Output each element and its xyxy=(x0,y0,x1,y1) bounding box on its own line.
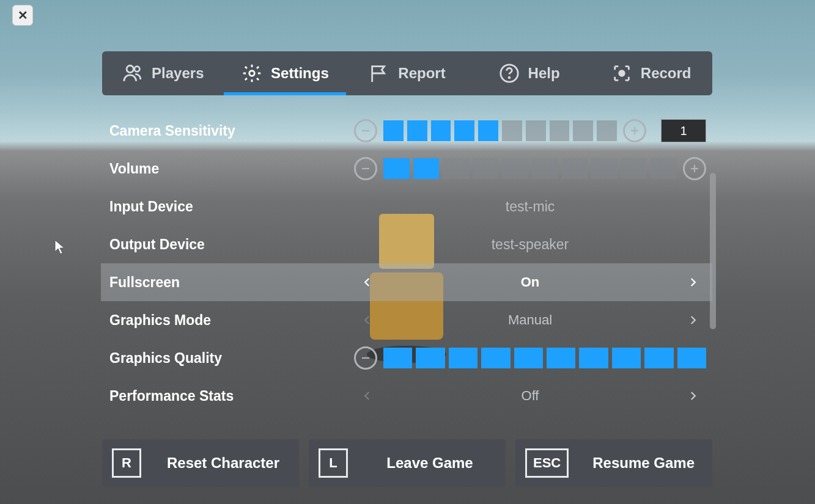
input-device-label: Input Device xyxy=(109,199,354,215)
chevron-right-icon xyxy=(687,387,698,405)
tab-players[interactable]: Players xyxy=(102,51,224,95)
settings-scrollbar[interactable] xyxy=(710,173,716,329)
plus-icon xyxy=(689,163,700,174)
performance-stats-label: Performance Stats xyxy=(109,388,354,404)
performance-stats-next-button[interactable] xyxy=(679,382,706,409)
camera-sensitivity-value[interactable]: 1 xyxy=(661,119,706,142)
camera-sensitivity-label: Camera Sensitivity xyxy=(109,123,354,139)
chevron-left-icon xyxy=(362,387,373,405)
row-fullscreen[interactable]: Fullscreen On xyxy=(101,263,712,301)
row-output-device: Output Device test-speaker xyxy=(102,225,712,263)
reset-character-button[interactable]: R Reset Character xyxy=(102,439,299,487)
leave-game-button[interactable]: L Leave Game xyxy=(309,439,506,487)
tab-report-label: Report xyxy=(398,65,445,82)
fullscreen-prev-button[interactable] xyxy=(354,269,381,296)
tab-settings[interactable]: Settings xyxy=(224,51,347,95)
row-performance-stats: Performance Stats Off xyxy=(102,377,712,415)
leave-game-label: Leave Game xyxy=(364,455,496,472)
players-icon xyxy=(122,63,143,84)
svg-point-4 xyxy=(509,77,510,78)
tab-help[interactable]: Help xyxy=(468,51,591,95)
tab-settings-label: Settings xyxy=(271,65,329,82)
camera-increase-button[interactable] xyxy=(623,119,646,142)
minus-icon xyxy=(360,125,371,136)
volume-increase-button[interactable] xyxy=(683,157,706,180)
svg-point-1 xyxy=(135,67,140,72)
row-volume: Volume xyxy=(102,150,712,188)
row-camera-sensitivity: Camera Sensitivity 1 xyxy=(102,112,712,150)
chevron-left-icon xyxy=(362,273,373,291)
tab-help-label: Help xyxy=(528,65,560,82)
performance-stats-value: Off xyxy=(381,388,679,404)
graphics-mode-value: Manual xyxy=(381,312,679,328)
settings-panel: Camera Sensitivity 1 Volume Input Device xyxy=(102,112,712,423)
graphics-mode-next-button[interactable] xyxy=(679,307,706,334)
chevron-right-icon xyxy=(687,311,698,329)
tab-bar: Players Settings Report Help Record xyxy=(102,51,712,95)
gear-icon xyxy=(242,63,262,84)
minus-icon xyxy=(360,163,371,174)
svg-point-0 xyxy=(127,65,133,72)
tab-report[interactable]: Report xyxy=(346,51,468,95)
cursor-icon xyxy=(54,239,65,255)
resume-game-button[interactable]: ESC Resume Game xyxy=(515,439,712,487)
minus-icon xyxy=(360,352,371,363)
performance-stats-selector: Off xyxy=(354,382,706,409)
graphics-quality-slider[interactable] xyxy=(383,348,706,368)
camera-sensitivity-slider[interactable] xyxy=(383,120,617,141)
fullscreen-value: On xyxy=(381,274,679,290)
tab-record[interactable]: Record xyxy=(590,51,712,95)
chevron-left-icon xyxy=(362,311,373,329)
fullscreen-label: Fullscreen xyxy=(109,274,354,291)
row-graphics-quality: Graphics Quality xyxy=(102,339,712,377)
fullscreen-selector: On xyxy=(354,269,706,296)
graphics-mode-prev-button[interactable] xyxy=(354,307,381,334)
volume-decrease-button[interactable] xyxy=(354,157,377,180)
output-device-value: test-speaker xyxy=(354,236,706,253)
camera-decrease-button[interactable] xyxy=(354,119,377,142)
graphics-quality-decrease-button[interactable] xyxy=(354,346,377,370)
graphics-mode-label: Graphics Mode xyxy=(109,312,354,329)
flag-icon xyxy=(369,63,389,84)
chevron-right-icon xyxy=(687,273,698,291)
record-icon xyxy=(611,63,632,84)
row-input-device: Input Device test-mic xyxy=(102,188,712,225)
leave-keycap: L xyxy=(319,448,348,478)
output-device-label: Output Device xyxy=(109,236,354,253)
reset-character-label: Reset Character xyxy=(157,455,289,472)
plus-icon xyxy=(629,125,640,136)
svg-point-5 xyxy=(619,71,625,76)
tab-players-label: Players xyxy=(152,65,204,82)
graphics-mode-selector: Manual xyxy=(354,307,706,334)
input-device-value: test-mic xyxy=(354,199,706,215)
row-graphics-mode: Graphics Mode Manual xyxy=(102,301,712,339)
volume-slider[interactable] xyxy=(383,158,677,179)
svg-point-2 xyxy=(249,71,255,76)
volume-label: Volume xyxy=(109,161,354,177)
tab-record-label: Record xyxy=(641,65,691,82)
close-button[interactable]: ✕ xyxy=(12,5,33,26)
bottom-button-bar: R Reset Character L Leave Game ESC Resum… xyxy=(102,439,712,487)
graphics-quality-label: Graphics Quality xyxy=(109,350,354,367)
resume-game-label: Resume Game xyxy=(585,455,703,472)
reset-keycap: R xyxy=(112,448,141,478)
resume-keycap: ESC xyxy=(525,448,569,478)
help-icon xyxy=(499,63,520,84)
fullscreen-next-button[interactable] xyxy=(679,269,706,296)
performance-stats-prev-button[interactable] xyxy=(354,382,381,409)
